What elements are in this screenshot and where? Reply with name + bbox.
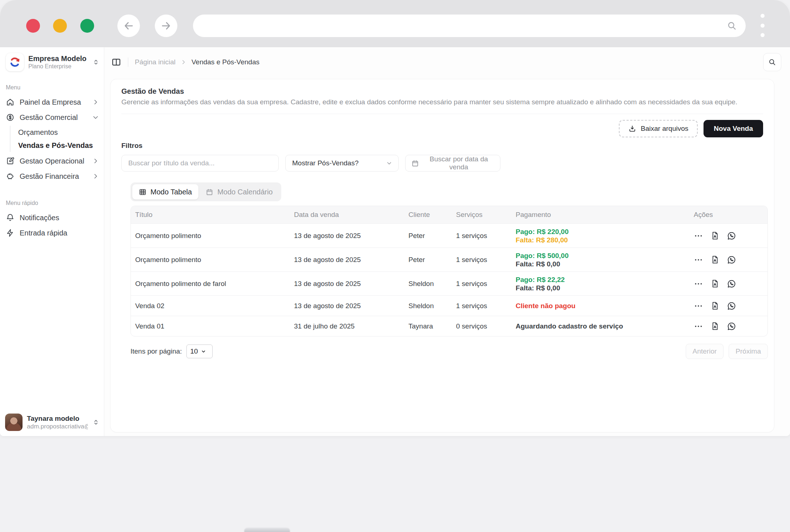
pdf-file-icon[interactable]: [710, 279, 720, 288]
tab-label: Modo Calendário: [217, 188, 273, 196]
cell-payment: Aguardando cadastro de serviço: [511, 322, 689, 330]
calendar-icon: [411, 160, 419, 167]
edit-square-icon: [6, 157, 15, 165]
quick-menu-section-label: Menu rápido: [6, 200, 104, 206]
sidebar-item-label: Gestão Comercial: [20, 113, 87, 122]
cell-services: 1 serviços: [452, 280, 511, 288]
payment-paid: Pago: R$ 500,00: [516, 251, 689, 260]
cell-payment: Cliente não pagou: [511, 302, 689, 310]
bell-icon: [6, 213, 15, 222]
tab-modo-calendario[interactable]: Modo Calendário: [199, 184, 279, 200]
column-header-servicos: Serviços: [452, 211, 511, 219]
browser-forward-button[interactable]: [155, 15, 177, 37]
address-input[interactable]: [193, 15, 727, 37]
sidebar-subitem-label: Vendas e Pós-Vendas: [18, 141, 93, 150]
sale-title-search-input[interactable]: [121, 155, 279, 172]
user-name: Taynara modelo: [27, 414, 88, 423]
window-close-button[interactable]: [26, 19, 40, 33]
sidebar-item-orcamentos[interactable]: Orçamentos: [18, 126, 104, 139]
browser-back-button[interactable]: [117, 15, 140, 37]
kebab-menu-icon[interactable]: [758, 13, 767, 38]
sidebar-item-gestao-operacional[interactable]: Gestao Operacional: [0, 153, 104, 169]
previous-page-button[interactable]: Anterior: [686, 344, 724, 359]
ellipsis-icon[interactable]: [694, 279, 703, 289]
payment-due: Falta: R$ 0,00: [516, 284, 689, 292]
sale-date-filter-button[interactable]: Buscar por data da venda: [405, 155, 500, 172]
cell-client: Sheldon: [404, 302, 452, 310]
pdf-file-icon[interactable]: [710, 322, 720, 331]
breadcrumb-home-link[interactable]: Página inicial: [135, 58, 176, 66]
company-name: Empresa Modelo: [28, 54, 88, 63]
sidebar-item-gestao-comercial[interactable]: Gestão Comercial: [0, 110, 104, 125]
cell-title: Orçamento polimento: [131, 256, 290, 264]
page-description: Gerencie as informações das vendas da su…: [121, 98, 763, 106]
cell-client: Peter: [404, 232, 452, 240]
whatsapp-icon[interactable]: [727, 279, 736, 289]
cell-date: 31 de julho de 2025: [290, 322, 404, 330]
home-icon: [6, 98, 15, 106]
ellipsis-icon[interactable]: [694, 322, 703, 331]
tab-modo-tabela[interactable]: Modo Tabela: [132, 184, 198, 200]
cell-services: 1 serviços: [452, 302, 511, 310]
window-minimize-button[interactable]: [53, 19, 67, 33]
cell-date: 13 de agosto de 2025: [290, 280, 404, 288]
cell-title: Venda 01: [131, 322, 290, 330]
tab-label: Modo Tabela: [150, 188, 192, 196]
sidebar-item-entrada-rapida[interactable]: Entrada rápida: [0, 225, 104, 241]
cell-actions: [689, 301, 767, 311]
avatar: [5, 414, 23, 431]
whatsapp-icon[interactable]: [727, 255, 736, 265]
pdf-file-icon[interactable]: [710, 255, 720, 264]
window-maximize-button[interactable]: [80, 19, 94, 33]
sidebar-item-label: Notificações: [20, 214, 99, 222]
browser-window: Empresa Modelo Plano Enterprise Menu Pai…: [0, 0, 790, 436]
sidebar-item-vendas-e-pos-vendas[interactable]: Vendas e Pós-Vendas: [18, 139, 104, 152]
ellipsis-icon[interactable]: [694, 255, 703, 265]
company-switcher[interactable]: Empresa Modelo Plano Enterprise: [6, 53, 100, 71]
browser-chrome: [0, 0, 790, 47]
payment-status: Cliente não pagou: [516, 302, 689, 310]
sale-date-filter-label: Buscar por data da venda: [423, 155, 494, 171]
panel-toggle-icon[interactable]: [111, 57, 121, 67]
forward-arrow-icon: [161, 20, 172, 31]
sidebar-item-label: Gestão Financeira: [20, 172, 87, 181]
items-per-page-label: Itens por página:: [130, 347, 182, 355]
pdf-file-icon[interactable]: [710, 231, 720, 240]
cell-client: Peter: [404, 256, 452, 264]
sidebar-subitem-label: Orçamentos: [18, 128, 58, 137]
sidebar-item-label: Entrada rápida: [20, 229, 99, 237]
sales-management-card: Gestão de Vendas Gerencie as informações…: [110, 79, 774, 432]
download-files-button[interactable]: Baixar arquivos: [619, 120, 698, 137]
chevron-updown-icon: [92, 419, 100, 426]
cell-client: Taynara: [404, 322, 452, 330]
toolbar: Baixar arquivos Nova Venda: [121, 120, 763, 137]
whatsapp-icon[interactable]: [727, 231, 736, 241]
items-per-page-select[interactable]: 10: [186, 344, 213, 358]
ellipsis-icon[interactable]: [694, 301, 703, 311]
sidebar-item-gestao-financeira[interactable]: Gestão Financeira: [0, 169, 104, 184]
user-menu[interactable]: Taynara modelo adm.propostacriativa@g...: [5, 414, 100, 431]
pos-vendas-select[interactable]: Mostrar Pós-Vendas?: [285, 155, 399, 172]
payment-due: Falta: R$ 0,00: [516, 260, 689, 268]
next-page-button[interactable]: Próxima: [729, 344, 768, 359]
pdf-file-icon[interactable]: [710, 301, 720, 310]
screen: Empresa Modelo Plano Enterprise Menu Pai…: [0, 0, 790, 532]
back-arrow-icon: [123, 20, 134, 31]
sidebar-item-notificacoes[interactable]: Notificações: [0, 210, 104, 225]
cell-actions: [689, 231, 767, 241]
chevron-right-icon: [92, 158, 99, 164]
chevron-right-icon: [92, 173, 99, 180]
cell-client: Sheldon: [404, 280, 452, 288]
ellipsis-icon[interactable]: [694, 231, 703, 241]
column-header-pagamento: Pagamento: [511, 211, 689, 219]
cell-actions: [689, 255, 767, 265]
whatsapp-icon[interactable]: [727, 322, 736, 331]
search-icon[interactable]: [727, 21, 737, 31]
cell-date: 13 de agosto de 2025: [290, 232, 404, 240]
global-search-button[interactable]: [763, 53, 781, 71]
new-sale-button[interactable]: Nova Venda: [704, 120, 763, 137]
sidebar-item-painel-da-empresa[interactable]: Painel da Empresa: [0, 94, 104, 110]
cell-services: 1 serviços: [452, 232, 511, 240]
cell-payment: Pago: R$ 22,22 Falta: R$ 0,00: [511, 275, 689, 292]
whatsapp-icon[interactable]: [727, 301, 736, 311]
